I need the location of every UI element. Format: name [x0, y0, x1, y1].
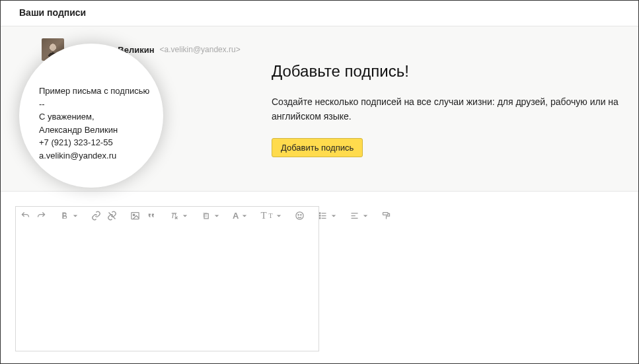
undo-icon[interactable] — [20, 211, 30, 221]
svg-point-4 — [300, 215, 301, 215]
editor-section: A TT — [1, 192, 638, 364]
svg-point-3 — [298, 215, 299, 215]
link-icon[interactable] — [91, 211, 101, 221]
unlink-icon[interactable] — [107, 211, 117, 221]
chevron-down-icon[interactable] — [73, 213, 78, 219]
chevron-down-icon[interactable] — [363, 213, 368, 219]
clear-format-icon[interactable] — [169, 211, 179, 221]
onboarding-panel: Александр Великин <a.velikin@yandex.ru> … — [1, 26, 638, 192]
redo-icon[interactable] — [36, 211, 46, 221]
emoji-icon[interactable] — [295, 211, 305, 221]
preview-line: Александр Великин — [39, 124, 163, 137]
list-icon[interactable] — [318, 211, 328, 221]
font-size-icon[interactable]: TT — [260, 210, 272, 221]
svg-rect-8 — [383, 213, 388, 215]
add-signature-button[interactable]: Добавить подпись — [272, 138, 363, 157]
preview-line: a.velikin@yandex.ru — [39, 149, 163, 163]
svg-point-7 — [319, 217, 320, 219]
preview-circle: Пример письма с подписью -- С уважением,… — [19, 44, 163, 188]
align-icon[interactable] — [350, 211, 359, 221]
preview-subject: Пример письма с подписью — [39, 85, 163, 98]
text-color-label: A — [233, 211, 239, 221]
paint-format-icon[interactable] — [381, 211, 391, 221]
text-color-icon[interactable]: A — [233, 211, 239, 221]
editor-toolbar: A TT — [16, 207, 319, 225]
editor-textarea[interactable] — [16, 225, 319, 351]
font-size-big: T — [260, 210, 266, 221]
chevron-down-icon[interactable] — [242, 213, 247, 219]
promo-heading: Добавьте подпись! — [272, 62, 622, 81]
preview-line: +7 (921) 323-12-55 — [39, 136, 163, 149]
chevron-down-icon[interactable] — [182, 213, 188, 219]
background-color-icon[interactable] — [201, 211, 211, 221]
promo-text: Создайте несколько подписей на все случа… — [272, 95, 622, 124]
svg-point-5 — [319, 213, 320, 214]
svg-point-2 — [296, 212, 303, 219]
preview-line: С уважением, — [39, 110, 163, 124]
svg-point-6 — [319, 215, 320, 217]
section-header: Ваши подписи — [1, 1, 638, 26]
promo-block: Добавьте подпись! Создайте несколько под… — [245, 26, 638, 191]
sender-email: <a.velikin@yandex.ru> — [160, 45, 241, 54]
chevron-down-icon[interactable] — [276, 213, 282, 219]
section-title: Ваши подписи — [19, 7, 86, 18]
signature-editor: A TT — [15, 206, 319, 351]
preview-sep: -- — [39, 98, 163, 111]
svg-point-1 — [133, 214, 135, 216]
quote-icon[interactable] — [146, 211, 156, 221]
signature-preview: Александр Великин <a.velikin@yandex.ru> … — [1, 26, 245, 191]
image-icon[interactable] — [130, 211, 140, 221]
bold-icon[interactable] — [59, 211, 69, 221]
font-size-small: T — [269, 212, 273, 219]
chevron-down-icon[interactable] — [214, 213, 219, 219]
chevron-down-icon[interactable] — [331, 213, 336, 219]
svg-rect-0 — [132, 213, 139, 219]
